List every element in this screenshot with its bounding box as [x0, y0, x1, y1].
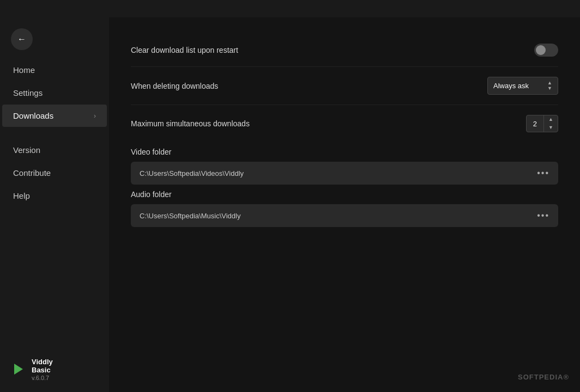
settings-container: Clear download list upon restartWhen del… [131, 34, 558, 142]
select-when-deleting[interactable]: Always ask▲▼ [487, 77, 558, 95]
sidebar-item-downloads[interactable]: Downloads› [2, 105, 107, 127]
app-container: ← HomeSettingsDownloads›VersionContribut… [0, 17, 580, 392]
title-bar [0, 0, 580, 17]
folder-row-audio-folder: C:\Users\Softpedia\Music\Viddly••• [131, 204, 558, 227]
spinner-arrows[interactable]: ▲▼ [543, 115, 558, 132]
maximize-button[interactable] [530, 0, 555, 17]
folder-section-video-folder: Video folderC:\Users\Softpedia\Videos\Vi… [131, 148, 558, 185]
brand-name: ViddlyBasic [32, 358, 53, 375]
brand-version: v.6.0.7 [32, 375, 53, 381]
select-value: Always ask [493, 82, 529, 90]
setting-row-max-simultaneous: Maximum simultaneous downloads2▲▼ [131, 105, 558, 142]
back-arrow-icon: ← [17, 34, 26, 44]
sidebar-item-help[interactable]: Help [2, 185, 107, 207]
sidebar-item-settings[interactable]: Settings [2, 82, 107, 104]
sidebar-item-label-settings: Settings [13, 88, 43, 97]
setting-label-max-simultaneous: Maximum simultaneous downloads [131, 119, 250, 128]
setting-row-clear-download-list: Clear download list upon restart [131, 34, 558, 67]
minimize-button[interactable] [505, 0, 530, 17]
brand-section: ViddlyBasic v.6.0.7 [0, 347, 109, 392]
folder-path-video-folder: C:\Users\Softpedia\Videos\Viddly [140, 169, 244, 177]
folder-title-audio-folder: Audio folder [131, 190, 558, 199]
setting-label-clear-download-list: Clear download list upon restart [131, 46, 238, 54]
select-arrows: ▲▼ [547, 81, 552, 91]
chevron-down-icon: ▼ [547, 86, 552, 91]
folder-menu-button-video-folder[interactable]: ••• [537, 168, 549, 178]
sidebar-item-label-contribute: Contribute [13, 168, 51, 177]
main-content: Clear download list upon restartWhen del… [109, 17, 580, 392]
svg-marker-0 [14, 364, 23, 375]
nav-items-container: HomeSettingsDownloads›VersionContributeH… [0, 58, 109, 207]
sidebar-item-label-version: Version [13, 145, 40, 155]
folder-menu-button-audio-folder[interactable]: ••• [537, 211, 549, 220]
sidebar: ← HomeSettingsDownloads›VersionContribut… [0, 17, 109, 392]
watermark-text: SOFTPEDIA® [518, 373, 569, 381]
toggle-thumb [536, 45, 546, 55]
folder-path-audio-folder: C:\Users\Softpedia\Music\Viddly [140, 212, 240, 220]
folders-container: Video folderC:\Users\Softpedia\Videos\Vi… [131, 148, 558, 227]
chevron-right-icon: › [94, 112, 96, 120]
close-button[interactable] [555, 0, 580, 17]
spinner-decrement-button[interactable]: ▼ [544, 124, 558, 132]
spinner-value: 2 [527, 117, 543, 131]
sidebar-item-label-downloads: Downloads [13, 111, 53, 120]
sidebar-item-home[interactable]: Home [2, 59, 107, 81]
sidebar-item-version[interactable]: Version [2, 139, 107, 161]
spinner-increment-button[interactable]: ▲ [544, 115, 558, 124]
setting-row-when-deleting: When deleting downloadsAlways ask▲▼ [131, 67, 558, 105]
brand-icon [11, 362, 26, 377]
folder-section-audio-folder: Audio folderC:\Users\Softpedia\Music\Vid… [131, 190, 558, 227]
folder-title-video-folder: Video folder [131, 148, 558, 156]
softpedia-watermark: SOFTPEDIA® [518, 373, 569, 381]
sidebar-item-contribute[interactable]: Contribute [2, 162, 107, 184]
sidebar-item-label-home: Home [13, 65, 35, 75]
setting-label-when-deleting: When deleting downloads [131, 82, 218, 90]
toggle-clear-download-list[interactable] [534, 44, 558, 57]
sidebar-item-label-help: Help [13, 191, 30, 200]
folder-row-video-folder: C:\Users\Softpedia\Videos\Viddly••• [131, 162, 558, 185]
back-button[interactable]: ← [11, 28, 33, 50]
spinner-max-simultaneous[interactable]: 2▲▼ [526, 115, 558, 132]
chevron-up-icon: ▲ [547, 81, 552, 85]
